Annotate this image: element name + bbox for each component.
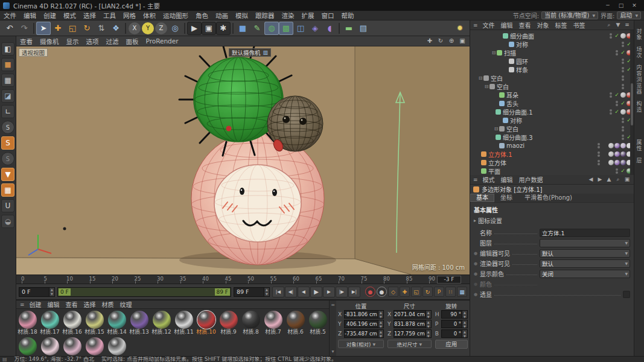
material-item[interactable]: 材质.8 xyxy=(240,309,262,335)
close-button[interactable]: ✕ xyxy=(628,1,641,10)
tag-chip[interactable] xyxy=(614,160,620,165)
quantize-icon[interactable]: ▦ xyxy=(1,183,14,197)
prev-key-button[interactable]: ◀| xyxy=(285,287,297,297)
object-name[interactable]: 细分曲面.3 xyxy=(503,133,533,142)
object-tree-item[interactable]: 样条 ✓ xyxy=(470,65,634,74)
viewport-canvas[interactable]: 透视视图 默认摄像机▥ 网格间距 : 100 cm xyxy=(16,46,470,275)
object-tree-item[interactable]: ⊟ 空白 xyxy=(470,124,634,133)
visibility-dots[interactable] xyxy=(622,67,624,72)
object-tree-item[interactable]: 对称 ✓ xyxy=(470,40,634,48)
material-item[interactable]: 材质.11 xyxy=(173,309,195,335)
visibility-dots[interactable] xyxy=(610,92,612,98)
material-item[interactable]: 材质.12 xyxy=(150,309,173,335)
add-camera-icon[interactable]: ▤ xyxy=(356,22,371,35)
object-tree-item[interactable]: 立方体.1 xyxy=(470,150,634,158)
key-scale-icon[interactable]: ◱ xyxy=(411,287,421,297)
coord-field[interactable]: 831.878 cm▲▼ xyxy=(394,320,432,328)
material-preview[interactable] xyxy=(63,311,81,329)
attribute-control[interactable]: 默认▼ xyxy=(540,259,630,268)
add-field-icon[interactable]: ◈ xyxy=(308,22,322,35)
menu-item[interactable]: 网格 xyxy=(120,11,139,20)
coord-field[interactable]: 406.196 cm▲▼ xyxy=(344,320,384,328)
viewport-menu-item[interactable]: 过滤 xyxy=(103,37,123,46)
viewport-menu-item[interactable]: 显示 xyxy=(63,37,83,46)
object-name[interactable]: 样条 xyxy=(516,65,528,74)
menu-item[interactable]: 编辑 xyxy=(20,11,40,20)
material-menu-item[interactable]: 创建 xyxy=(27,300,45,309)
panel-tab[interactable]: 对象 xyxy=(636,25,643,43)
tag-chip[interactable] xyxy=(620,151,626,157)
visibility-dots[interactable] xyxy=(598,143,600,148)
add-deformer-icon[interactable]: ◖ xyxy=(322,22,337,35)
move-tool-icon[interactable]: ✚ xyxy=(51,22,65,35)
menu-item[interactable]: 创建 xyxy=(40,11,60,20)
render-view-icon[interactable]: ▶ xyxy=(187,22,202,35)
key-position-icon[interactable]: ✚ xyxy=(400,287,410,297)
expander-icon[interactable]: ⊟ xyxy=(491,50,497,56)
expander-icon[interactable]: ⊟ xyxy=(477,75,483,81)
keyframe-dot-icon[interactable]: ● xyxy=(474,282,480,287)
attribute-tab[interactable]: 坐标 xyxy=(494,194,518,202)
attribute-control[interactable]: ▼ xyxy=(623,291,630,298)
visibility-dots[interactable] xyxy=(622,42,624,47)
coord-field[interactable]: 0 °▲▼ xyxy=(441,329,468,338)
material-item[interactable]: 材质.7 xyxy=(262,309,284,335)
material-preview[interactable] xyxy=(41,337,59,355)
stepper-icon[interactable]: ▲▼ xyxy=(462,311,467,318)
object-name[interactable]: maozi xyxy=(506,142,524,149)
preview-range-slider[interactable]: 0 F 89 F xyxy=(57,287,231,297)
menu-item[interactable]: 运动图形 xyxy=(159,11,192,20)
material-preview[interactable] xyxy=(242,311,260,329)
material-item[interactable]: 材质.9 xyxy=(217,309,240,335)
viewport-menu-item[interactable]: 查看 xyxy=(16,37,36,46)
add-volume-icon[interactable]: ▩ xyxy=(279,22,293,35)
toolbar-button[interactable] xyxy=(339,23,340,34)
stepper-icon[interactable]: ▲▼ xyxy=(426,320,431,328)
live-selection-icon[interactable]: ➤ xyxy=(36,22,51,35)
icon-settings-row[interactable]: ▸ 图标设置 xyxy=(470,215,634,226)
material-menu-item[interactable]: 材质 xyxy=(99,300,117,309)
material-item[interactable]: 材质.13 xyxy=(128,309,150,335)
toolbar-button[interactable] xyxy=(184,23,185,34)
material-preview[interactable] xyxy=(130,311,148,329)
tag-chip[interactable] xyxy=(620,33,626,39)
filter-icon[interactable]: ▼ xyxy=(614,22,622,28)
toolbar-button[interactable] xyxy=(33,23,34,34)
panel-menu-icon[interactable]: ≡ xyxy=(471,177,480,183)
expander-icon[interactable]: ⊟ xyxy=(483,84,489,89)
material-preview[interactable] xyxy=(309,311,327,329)
menu-item[interactable]: 体积 xyxy=(139,11,159,20)
add-cloner-icon[interactable]: ◫ xyxy=(293,22,308,35)
object-menu-item[interactable]: 查看 xyxy=(516,21,534,30)
object-name[interactable]: 细分曲面 xyxy=(510,31,534,40)
panel-menu-icon[interactable]: ≡ xyxy=(471,22,480,28)
tag-chip[interactable] xyxy=(620,160,626,165)
tag-chip[interactable] xyxy=(614,143,620,148)
render-settings-icon[interactable]: ✱ xyxy=(216,22,231,35)
visibility-dots[interactable] xyxy=(616,168,618,174)
tag-chip[interactable] xyxy=(608,143,614,148)
range-start-handle[interactable]: 0 F xyxy=(59,288,71,296)
material-preview[interactable] xyxy=(86,337,104,355)
visibility-dots[interactable] xyxy=(598,160,600,165)
menu-item[interactable]: 工具 xyxy=(100,11,120,20)
make-editable-icon[interactable]: ◧ xyxy=(1,42,14,56)
coord-field[interactable]: -735.487 cm▲▼ xyxy=(344,329,384,338)
texture-mode-icon[interactable]: ▦ xyxy=(1,74,14,87)
coordinate-system-icon[interactable]: ◎ xyxy=(168,22,182,35)
undo-icon[interactable]: ↶ xyxy=(2,22,17,35)
attribute-tab[interactable]: 基本 xyxy=(470,194,494,202)
object-tree-item[interactable]: 耳朵 ✓ xyxy=(470,91,634,99)
object-name[interactable]: 扫描 xyxy=(504,48,516,57)
menu-item[interactable]: 文件 xyxy=(0,11,20,20)
expander-icon[interactable]: ⊟ xyxy=(493,126,499,132)
scrollbar-thumb[interactable] xyxy=(631,83,633,125)
object-tree-item[interactable]: ⊟ 空白 xyxy=(470,74,634,82)
object-name[interactable]: 空白 xyxy=(506,124,518,133)
panel-menu-icon[interactable]: ≡ xyxy=(18,302,27,308)
panel-tab[interactable]: 层 xyxy=(636,154,643,167)
lock-icon[interactable]: ◒ xyxy=(1,215,14,228)
material-preview[interactable] xyxy=(63,337,81,355)
add-subdivision-icon[interactable]: ◍ xyxy=(264,22,279,35)
material-item[interactable]: 材质.14 xyxy=(106,309,128,335)
